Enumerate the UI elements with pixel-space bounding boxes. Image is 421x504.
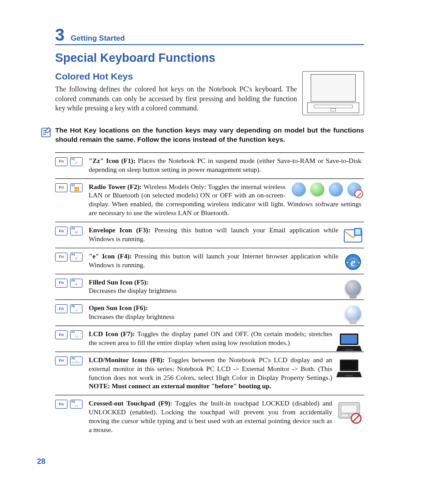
fkey-label: F2 bbox=[71, 184, 75, 187]
function-key: F9▭ bbox=[70, 400, 83, 409]
chapter-title: Getting Started bbox=[71, 34, 125, 43]
hotkey-entry: FnF4e"e" Icon (F4): Pressing this button… bbox=[55, 248, 364, 274]
fn-key: Fn bbox=[55, 253, 68, 261]
key-combo: FnF5☀ bbox=[55, 278, 89, 288]
fn-key-label: Fn bbox=[59, 229, 64, 233]
key-combo: FnF7▭ bbox=[55, 330, 89, 339]
fn-key: Fn bbox=[55, 356, 68, 365]
chapter-number: 3 bbox=[55, 27, 64, 43]
svg-rect-12 bbox=[341, 361, 357, 370]
entry-text: Radio Tower (F2): Wireless Models Only: … bbox=[89, 182, 364, 218]
intro-text: The following defines the colored hot ke… bbox=[55, 84, 297, 113]
entry-title: Filled Sun Icon (F5): bbox=[89, 278, 149, 286]
brightness-down-icon bbox=[343, 278, 363, 298]
subheading: Colored Hot Keys bbox=[55, 71, 302, 82]
fkey-glyph: ▭ bbox=[75, 404, 79, 408]
function-key: F1zᶻ bbox=[70, 157, 83, 166]
key-combo: FnF1zᶻ bbox=[55, 156, 89, 166]
laptop-illustration bbox=[302, 71, 364, 115]
entry-title: "Zz" Icon (F1): bbox=[89, 157, 138, 164]
entry-desc: Increases the display brightness bbox=[89, 313, 174, 320]
entry-text: Filled Sun Icon (F5):Decreases the displ… bbox=[89, 278, 364, 296]
entry-text: Crossed-out Touchpad (F9): Toggles the b… bbox=[89, 399, 364, 434]
fkey-glyph: ▭/▭ bbox=[72, 360, 81, 364]
note-text: The Hot Key locations on the function ke… bbox=[55, 126, 364, 144]
hotkey-entry: FnF1zᶻ"Zz" Icon (F1): Places the Noteboo… bbox=[55, 153, 364, 179]
svg-rect-9 bbox=[341, 335, 357, 344]
fkey-label: F9 bbox=[71, 401, 75, 404]
fkey-label: F7 bbox=[71, 331, 75, 334]
fkey-glyph: ✉ bbox=[75, 231, 78, 235]
fn-key-label: Fn bbox=[59, 159, 64, 163]
svg-rect-13 bbox=[345, 375, 353, 376]
note-box: The Hot Key locations on the function ke… bbox=[40, 126, 364, 144]
hotkey-entry: FnF6☼Open Sun Icon (F6):Increases the di… bbox=[55, 300, 364, 326]
entry-title: Open Sun Icon (F6): bbox=[89, 304, 148, 311]
fkey-glyph: ▭ bbox=[75, 334, 79, 338]
entry-text: LCD/Monitor Icons (F8): Toggles between … bbox=[89, 356, 364, 391]
fn-key: Fn bbox=[55, 157, 68, 166]
page-heading: Special Keyboard Functions bbox=[55, 51, 364, 65]
brightness-up-icon bbox=[343, 303, 363, 324]
hotkey-entry: FnF2📶Radio Tower (F2): Wireless Models O… bbox=[55, 179, 364, 223]
fkey-label: F8 bbox=[71, 357, 75, 360]
function-key: F7▭ bbox=[70, 330, 83, 339]
fn-key-label: Fn bbox=[59, 255, 64, 259]
entry-text: Envelope Icon (F3): Pressing this button… bbox=[89, 226, 364, 243]
entry-title: LCD/Monitor Icons (F8): bbox=[89, 356, 168, 364]
hotkey-entry: FnF8▭/▭LCD/Monitor Icons (F8): Toggles b… bbox=[55, 352, 364, 396]
entry-postbold: NOTE: Must connect an external monitor "… bbox=[89, 382, 271, 390]
hotkey-list: FnF1zᶻ"Zz" Icon (F1): Places the Noteboo… bbox=[55, 152, 364, 439]
radio-status-icons bbox=[289, 182, 361, 197]
fkey-label: F6 bbox=[71, 305, 75, 308]
fn-key: Fn bbox=[55, 304, 68, 313]
hotkey-entry: FnF5☀Filled Sun Icon (F5):Decreases the … bbox=[55, 274, 364, 300]
function-key: F3✉ bbox=[70, 227, 83, 235]
hotkey-entry: FnF7▭LCD Icon (F7): Toggles the display … bbox=[55, 326, 364, 352]
entry-title: Envelope Icon (F3): bbox=[89, 226, 154, 234]
wireless-off-icon bbox=[347, 182, 361, 197]
entry-text: LCD Icon (F7): Toggles the display panel… bbox=[89, 330, 364, 347]
fkey-glyph: 📶 bbox=[74, 187, 79, 191]
page-content: 3 Getting Started Special Keyboard Funct… bbox=[55, 27, 364, 439]
fn-key-label: Fn bbox=[59, 402, 64, 406]
chapter-bar: 3 Getting Started bbox=[55, 27, 364, 45]
key-combo: FnF6☼ bbox=[55, 303, 89, 313]
fkey-glyph: zᶻ bbox=[75, 161, 78, 165]
svg-rect-10 bbox=[345, 349, 353, 350]
fn-key-label: Fn bbox=[59, 186, 64, 189]
key-combo: FnF2📶 bbox=[55, 182, 89, 192]
page-number: 28 bbox=[37, 457, 45, 466]
function-key: F6☼ bbox=[70, 304, 83, 313]
bluetooth-icon bbox=[329, 182, 343, 197]
key-combo: FnF3✉ bbox=[55, 226, 89, 235]
svg-rect-16 bbox=[341, 414, 349, 417]
fkey-label: F4 bbox=[71, 254, 75, 257]
fn-key-label: Fn bbox=[59, 281, 64, 285]
hotkey-entry: FnF9▭Crossed-out Touchpad (F9): Toggles … bbox=[55, 395, 364, 439]
function-key: F4e bbox=[70, 253, 83, 261]
touchpad-disable-icon bbox=[335, 399, 363, 425]
intro-row: Colored Hot Keys The following defines t… bbox=[55, 71, 364, 115]
intro-column: Colored Hot Keys The following defines t… bbox=[55, 71, 302, 113]
fkey-glyph: ☼ bbox=[75, 308, 78, 312]
function-key: F8▭/▭ bbox=[70, 356, 83, 365]
function-key: F2📶 bbox=[70, 183, 83, 192]
key-combo: FnF8▭/▭ bbox=[55, 356, 89, 365]
fn-key: Fn bbox=[55, 183, 68, 192]
svg-rect-15 bbox=[341, 405, 357, 413]
entry-desc: Decreases the display brightness bbox=[89, 287, 177, 294]
entry-title: LCD Icon (F7): bbox=[89, 330, 137, 337]
svg-text:e: e bbox=[350, 256, 356, 269]
fn-key: Fn bbox=[55, 279, 68, 288]
browser-app-icon: e bbox=[343, 252, 363, 272]
laptop-icon bbox=[335, 356, 363, 382]
bluetooth-on-icon bbox=[292, 182, 306, 197]
fn-key: Fn bbox=[55, 330, 68, 339]
fkey-label: F3 bbox=[71, 227, 75, 231]
entry-title: Crossed-out Touchpad (F9) bbox=[89, 399, 170, 407]
key-combo: FnF4e bbox=[55, 252, 89, 261]
fn-key-label: Fn bbox=[59, 359, 64, 363]
fn-key-label: Fn bbox=[59, 333, 64, 337]
entry-title: Radio Tower (F2): bbox=[89, 183, 143, 190]
